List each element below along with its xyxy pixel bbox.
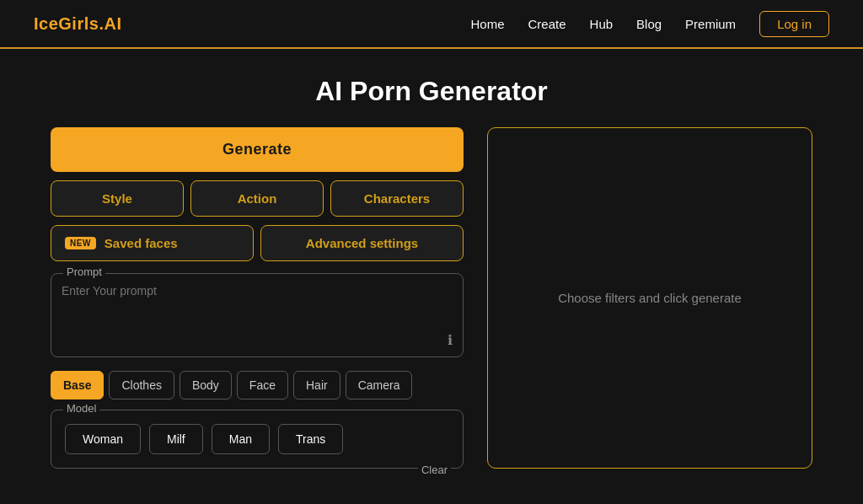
tab-style[interactable]: Style xyxy=(51,180,184,217)
tab-characters[interactable]: Characters xyxy=(330,180,464,217)
nav-home[interactable]: Home xyxy=(471,17,505,31)
filter-tab-base[interactable]: Base xyxy=(51,371,104,399)
model-option-woman[interactable]: Woman xyxy=(65,424,141,454)
main-content: Generate Style Action Characters NEW Sav… xyxy=(0,127,863,469)
prompt-group: Prompt ℹ xyxy=(51,273,464,357)
filter-tab-face[interactable]: Face xyxy=(237,371,288,399)
filter-tabs: Base Clothes Body Face Hair Camera xyxy=(51,371,464,399)
logo: IceGirls.AI xyxy=(34,14,121,34)
nav-create[interactable]: Create xyxy=(528,17,566,31)
info-icon[interactable]: ℹ xyxy=(448,332,453,348)
page-title: AI Porn Generator xyxy=(0,76,863,107)
new-badge: NEW xyxy=(65,237,96,249)
generate-button[interactable]: Generate xyxy=(51,127,464,172)
page-title-wrap: AI Porn Generator xyxy=(0,49,863,127)
nav-premium[interactable]: Premium xyxy=(685,17,736,31)
filter-tab-hair[interactable]: Hair xyxy=(293,371,340,399)
filter-tab-camera[interactable]: Camera xyxy=(346,371,413,399)
tab-row-2: NEW Saved faces Advanced settings xyxy=(51,225,464,261)
nav: Home Create Hub Blog Premium Log in xyxy=(471,11,830,37)
nav-hub[interactable]: Hub xyxy=(590,17,614,31)
logo-text: IceGirls. xyxy=(34,14,104,33)
model-options: Woman Milf Man Trans xyxy=(65,424,449,454)
model-option-man[interactable]: Man xyxy=(212,424,270,454)
model-option-trans[interactable]: Trans xyxy=(278,424,343,454)
advanced-settings-button[interactable]: Advanced settings xyxy=(260,225,464,261)
login-button[interactable]: Log in xyxy=(759,11,829,37)
saved-faces-button[interactable]: NEW Saved faces xyxy=(51,225,254,261)
prompt-label: Prompt xyxy=(63,265,105,278)
model-option-milf[interactable]: Milf xyxy=(149,424,203,454)
header: IceGirls.AI Home Create Hub Blog Premium… xyxy=(0,0,863,47)
clear-link[interactable]: Clear xyxy=(418,464,451,476)
model-section: Model Woman Milf Man Trans Clear xyxy=(51,410,464,469)
right-panel-placeholder: Choose filters and click generate xyxy=(558,291,742,305)
saved-faces-label: Saved faces xyxy=(105,236,178,250)
right-panel: Choose filters and click generate xyxy=(487,127,812,469)
left-panel: Generate Style Action Characters NEW Sav… xyxy=(51,127,464,469)
filter-tab-body[interactable]: Body xyxy=(180,371,232,399)
nav-blog[interactable]: Blog xyxy=(636,17,662,31)
tab-action[interactable]: Action xyxy=(190,180,324,217)
filter-tab-clothes[interactable]: Clothes xyxy=(109,371,174,399)
logo-ai: AI xyxy=(104,14,121,33)
tab-row-1: Style Action Characters xyxy=(51,180,464,217)
prompt-input[interactable] xyxy=(62,284,453,343)
top-line xyxy=(0,47,863,49)
model-label: Model xyxy=(63,402,99,415)
